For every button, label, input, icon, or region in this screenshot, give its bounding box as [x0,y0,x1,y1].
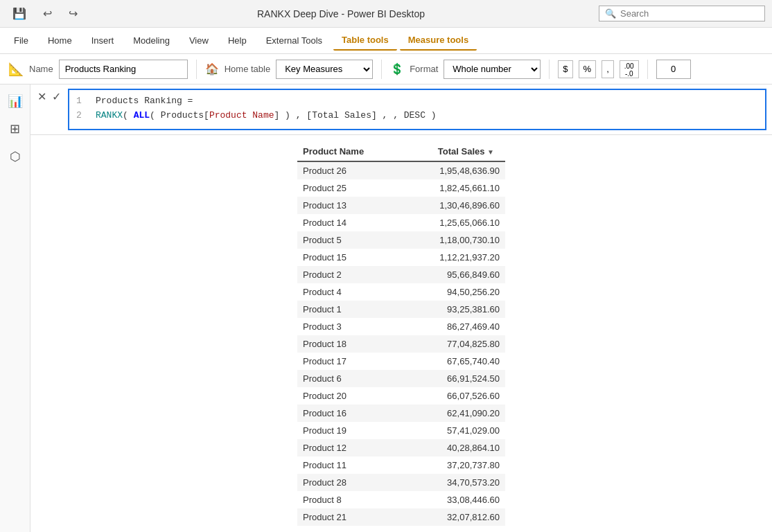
table-row: Product 21 32,07,812.60 [297,508,505,526]
cell-total-sales: 34,70,573.20 [405,474,505,491]
decimal-button[interactable]: .00-.0 [620,60,639,78]
divider4 [647,60,648,79]
currency-button[interactable]: $ [558,60,572,78]
table-row: Product 2 95,66,849.60 [297,266,505,283]
table-row: Product 20 66,07,526.60 [297,387,505,405]
cell-total-sales: 93,25,381.60 [405,301,505,318]
cancel-button[interactable]: ✕ [36,90,48,103]
cell-total-sales: 1,18,00,730.10 [405,231,505,249]
cell-product-name: Product 6 [297,370,405,387]
table-row: Product 18 77,04,825.80 [297,335,505,353]
cell-product-name: Product 26 [297,161,405,179]
search-box[interactable]: 🔍 [599,6,765,21]
cell-product-name: Product 12 [297,439,405,456]
comma-button[interactable]: , [602,60,614,78]
cell-total-sales: 1,30,46,896.60 [405,197,505,214]
menu-view[interactable]: View [181,31,217,50]
table-row: Product 17 67,65,740.40 [297,353,505,370]
table-row: Product 5 1,18,00,730.10 [297,231,505,249]
decimal-places-input[interactable] [656,60,691,79]
search-icon: 🔍 [605,8,616,19]
title-bar-left: 💾 ↩ ↪ [7,7,83,20]
cell-product-name: Product 17 [297,353,405,370]
menu-measure-tools[interactable]: Measure tools [400,30,477,51]
table-body: Product 26 1,95,48,636.90 Product 25 1,8… [297,161,505,526]
cell-total-sales: 67,65,740.40 [405,353,505,370]
cell-total-sales: 33,08,446.60 [405,491,505,508]
cell-total-sales: 66,07,526.60 [405,387,505,405]
home-table-select[interactable]: Key Measures [276,60,373,79]
title-bar: 💾 ↩ ↪ RANKX Deep Dive - Power BI Desktop… [0,0,772,28]
confirm-button[interactable]: ✓ [51,90,62,103]
menu-help[interactable]: Help [220,31,255,50]
format-icon: 💲 [390,62,404,76]
save-icon[interactable]: 💾 [7,7,32,20]
cell-product-name: Product 1 [297,301,405,318]
format-label: Format [410,64,438,74]
table-row: Product 13 1,30,46,896.60 [297,197,505,214]
format-select[interactable]: Whole number [444,60,541,79]
table-row: Product 12 40,28,864.10 [297,439,505,456]
cell-total-sales: 57,41,029.00 [405,422,505,439]
sidebar-model-icon[interactable]: ⬡ [4,145,26,168]
redo-icon[interactable]: ↪ [63,7,83,20]
formula-bar: ✕ ✓ 1 Products Ranking = 2 RANKX( ALL( P… [30,85,772,135]
name-input[interactable] [59,60,188,79]
undo-icon[interactable]: ↩ [37,7,58,20]
cell-product-name: Product 14 [297,214,405,231]
table-row: Product 26 1,95,48,636.90 [297,161,505,179]
cell-total-sales: 66,91,524.50 [405,370,505,387]
menu-insert[interactable]: Insert [83,31,123,50]
sort-icon: ▼ [487,148,494,156]
cell-product-name: Product 2 [297,266,405,283]
sidebar-report-icon[interactable]: 📊 [4,90,26,112]
sidebar-table-icon[interactable]: ⊞ [4,118,26,140]
table-row: Product 1 93,25,381.60 [297,301,505,318]
table-header-row: Product Name Total Sales ▼ [297,142,505,161]
formula-editor[interactable]: 1 Products Ranking = 2 RANKX( ALL( Produ… [68,89,766,130]
cell-product-name: Product 13 [297,197,405,214]
cell-total-sales: 1,95,48,636.90 [405,161,505,179]
menu-external-tools[interactable]: External Tools [258,31,331,50]
menu-modeling[interactable]: Modeling [125,31,178,50]
cell-product-name: Product 25 [297,179,405,197]
cell-product-name: Product 8 [297,491,405,508]
table-area: Product Name Total Sales ▼ Product 26 1,… [30,135,772,532]
menu-table-tools[interactable]: Table tools [333,30,397,51]
formula-controls: ✕ ✓ [36,89,62,103]
menu-home[interactable]: Home [40,31,80,50]
cell-product-name: Product 19 [297,422,405,439]
cell-total-sales: 40,28,864.10 [405,439,505,456]
cell-total-sales: 37,20,737.80 [405,456,505,474]
home-table-label: Home table [225,64,270,74]
code-line-2: 2 RANKX( ALL( Products[Product Name] ) ,… [76,109,758,123]
cell-product-name: Product 4 [297,283,405,301]
cell-total-sales: 1,12,21,937.20 [405,249,505,266]
search-input[interactable] [620,8,759,19]
home-table-icon: 🏠 [205,62,219,76]
main-area: 📊 ⊞ ⬡ ✕ ✓ 1 Products Ranking = 2 RANKX( … [0,85,772,532]
table-row: Product 16 62,41,090.20 [297,405,505,422]
table-row: Product 11 37,20,737.80 [297,456,505,474]
title-bar-right: 🔍 [599,6,765,21]
divider2 [381,60,382,79]
window-title: RANKX Deep Dive - Power BI Desktop [257,8,425,19]
sidebar: 📊 ⊞ ⬡ [0,85,30,532]
cell-total-sales: 95,66,849.60 [405,266,505,283]
cell-product-name: Product 18 [297,335,405,353]
table-row: Product 15 1,12,21,937.20 [297,249,505,266]
col-total-sales: Total Sales ▼ [405,142,505,161]
cell-total-sales: 1,82,45,661.10 [405,179,505,197]
table-row: Product 3 86,27,469.40 [297,318,505,335]
cell-total-sales: 86,27,469.40 [405,318,505,335]
editor-area: ✕ ✓ 1 Products Ranking = 2 RANKX( ALL( P… [30,85,772,532]
table-row: Product 8 33,08,446.60 [297,491,505,508]
name-label: Name [29,64,53,74]
code-line-1: 1 Products Ranking = [76,94,758,109]
menu-file[interactable]: File [6,31,37,50]
measure-icon: 📐 [8,62,24,77]
cell-product-name: Product 5 [297,231,405,249]
cell-product-name: Product 15 [297,249,405,266]
percent-button[interactable]: % [579,60,597,78]
cell-product-name: Product 28 [297,474,405,491]
